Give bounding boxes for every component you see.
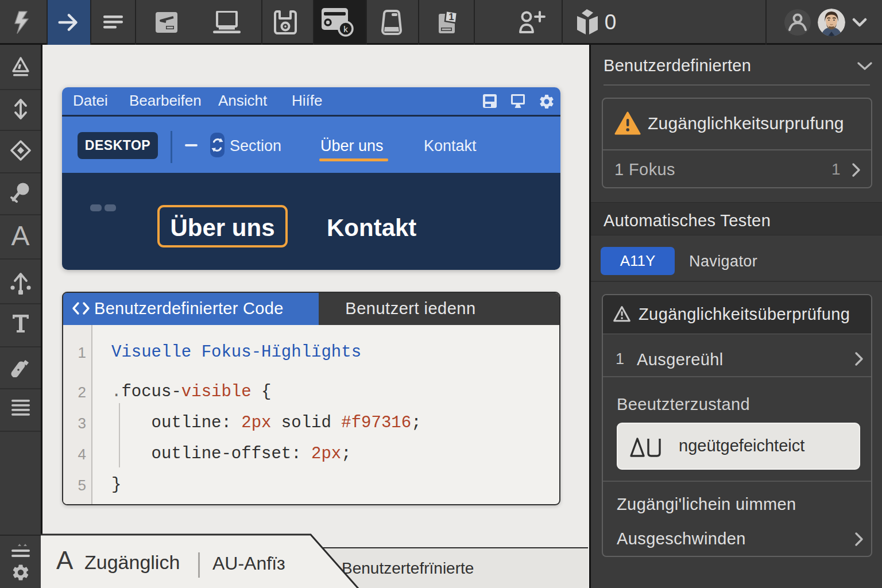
svg-text:k: k <box>343 24 348 34</box>
svg-text:1: 1 <box>448 11 454 22</box>
